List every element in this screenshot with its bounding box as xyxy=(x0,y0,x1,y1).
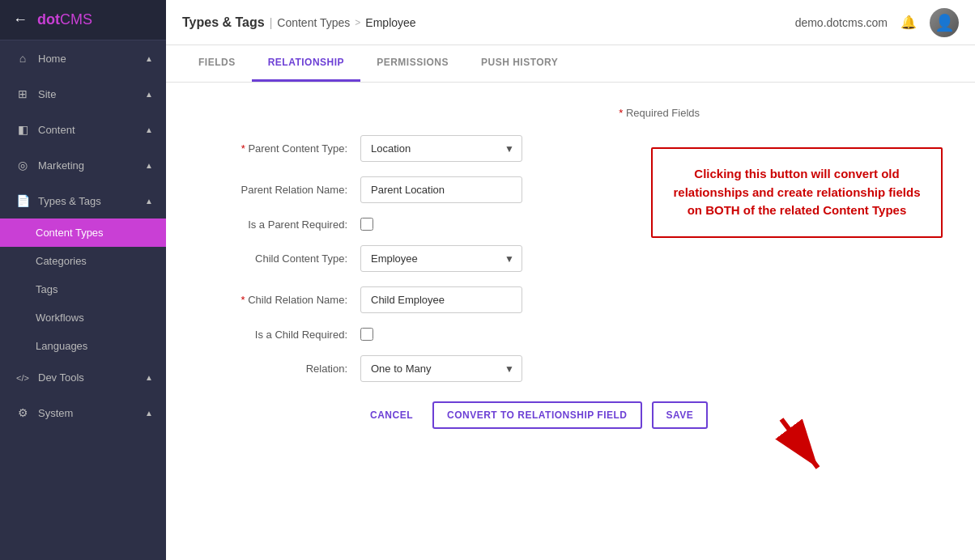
sidebar-sub-label: Languages xyxy=(36,340,87,352)
is-parent-required-label: Is a Parent Required: xyxy=(198,218,360,231)
tab-permissions[interactable]: PERMISSIONS xyxy=(360,45,465,82)
save-button[interactable]: SAVE xyxy=(652,401,709,429)
parent-relation-name-label: Parent Relation Name: xyxy=(198,184,360,196)
breadcrumb-link[interactable]: Content Types xyxy=(277,16,350,29)
content-icon: ◧ xyxy=(15,123,30,136)
relation-row: Relation: One to Many One to One Many to… xyxy=(198,355,943,382)
topbar-right: demo.dotcms.com 🔔 👤 xyxy=(795,8,959,37)
marketing-icon: ◎ xyxy=(15,159,30,172)
is-child-required-control xyxy=(360,328,373,341)
child-content-type-label: Child Content Type: xyxy=(198,252,360,265)
svg-line-1 xyxy=(781,419,818,468)
dev-tools-icon: </> xyxy=(15,373,30,383)
sidebar-item-dev-tools[interactable]: </> Dev Tools ▲ xyxy=(0,360,166,395)
tab-bar: FIELDS RELATIONSHIP PERMISSIONS PUSH HIS… xyxy=(166,45,975,83)
relation-control: One to Many One to One Many to Many ▼ xyxy=(360,355,522,382)
notification-bell-icon[interactable]: 🔔 xyxy=(900,15,917,30)
sidebar: ← dotCMS ⌂ Home ▲ ⊞ Site ▲ ◧ Content ▲ xyxy=(0,0,166,560)
form-area: Required Fields * Parent Content Type: L… xyxy=(166,83,975,560)
parent-content-type-label: * Parent Content Type: xyxy=(198,142,360,155)
tab-fields[interactable]: FIELDS xyxy=(182,45,252,82)
chevron-icon: ▲ xyxy=(145,54,153,63)
sidebar-item-languages[interactable]: Languages xyxy=(0,332,166,360)
sidebar-item-marketing[interactable]: ◎ Marketing ▲ xyxy=(0,147,166,183)
sidebar-item-content[interactable]: ◧ Content ▲ xyxy=(0,112,166,147)
site-icon: ⊞ xyxy=(15,87,30,100)
sidebar-item-label: Dev Tools xyxy=(38,371,84,384)
sidebar-item-categories[interactable]: Categories xyxy=(0,247,166,275)
parent-content-type-select-wrapper: Location Employee Blog ▼ xyxy=(360,135,522,162)
chevron-icon: ▲ xyxy=(145,373,153,382)
relation-label: Relation: xyxy=(198,363,360,375)
sidebar-item-label: System xyxy=(38,407,73,419)
relation-select[interactable]: One to Many One to One Many to Many xyxy=(360,355,522,382)
required-fields-label: Required Fields xyxy=(198,107,700,119)
action-buttons: CANCEL CONVERT TO RELATIONSHIP FIELD SAV… xyxy=(360,401,943,429)
sidebar-sub-label: Categories xyxy=(36,255,87,267)
chevron-icon: ▲ xyxy=(145,409,153,418)
child-content-type-control: Employee Location Blog ▼ xyxy=(360,245,522,272)
sidebar-item-home[interactable]: ⌂ Home ▲ xyxy=(0,40,166,76)
parent-relation-name-control xyxy=(360,176,522,203)
tab-push-history[interactable]: PUSH HISTORY xyxy=(465,45,574,82)
is-parent-required-checkbox[interactable] xyxy=(360,218,373,231)
is-child-required-checkbox[interactable] xyxy=(360,328,373,341)
sidebar-sub-label: Tags xyxy=(36,283,57,295)
convert-to-relationship-button[interactable]: CONVERT TO RELATIONSHIP FIELD xyxy=(432,401,642,429)
sidebar-item-label: Types & Tags xyxy=(38,195,101,207)
sidebar-sub-label: Content Types xyxy=(36,227,104,239)
tooltip-text: Clicking this button will convert old re… xyxy=(669,165,925,220)
child-content-type-select-wrapper: Employee Location Blog ▼ xyxy=(360,245,522,272)
child-relation-name-label: * Child Relation Name: xyxy=(198,294,360,306)
domain-label: demo.dotcms.com xyxy=(795,16,888,29)
system-icon: ⚙ xyxy=(15,406,30,419)
main-content: Types & Tags | Content Types > Employee … xyxy=(166,0,975,560)
sidebar-item-workflows[interactable]: Workflows xyxy=(0,303,166,332)
sidebar-item-content-types[interactable]: Content Types xyxy=(0,218,166,247)
breadcrumb-separator: | xyxy=(270,16,273,29)
sidebar-item-site[interactable]: ⊞ Site ▲ xyxy=(0,76,166,112)
chevron-icon: ▲ xyxy=(145,125,153,134)
sidebar-item-label: Home xyxy=(38,53,66,65)
child-content-type-row: Child Content Type: Employee Location Bl… xyxy=(198,245,943,272)
arrow-indicator xyxy=(773,415,838,483)
sidebar-item-label: Marketing xyxy=(38,159,84,172)
sidebar-item-tags[interactable]: Tags xyxy=(0,275,166,303)
chevron-icon: ▲ xyxy=(145,161,153,170)
chevron-icon: ▲ xyxy=(145,197,153,206)
breadcrumb-arrow: > xyxy=(355,17,360,28)
chevron-icon: ▲ xyxy=(145,90,153,99)
breadcrumb-current: Employee xyxy=(365,16,415,29)
section-title: Types & Tags xyxy=(182,15,265,30)
red-arrow-icon xyxy=(773,415,838,480)
parent-content-type-control: Location Employee Blog ▼ xyxy=(360,135,522,162)
sidebar-sub-label: Workflows xyxy=(36,312,84,324)
sidebar-nav: ⌂ Home ▲ ⊞ Site ▲ ◧ Content ▲ ◎ Marketin… xyxy=(0,40,166,560)
topbar: Types & Tags | Content Types > Employee … xyxy=(166,0,975,45)
is-parent-required-control xyxy=(360,218,373,231)
types-tags-icon: 📄 xyxy=(15,194,30,207)
tooltip-box: Clicking this button will convert old re… xyxy=(651,147,943,238)
avatar[interactable]: 👤 xyxy=(930,8,959,37)
tab-relationship[interactable]: RELATIONSHIP xyxy=(252,45,360,82)
parent-relation-name-input[interactable] xyxy=(360,176,522,203)
parent-content-type-select[interactable]: Location Employee Blog xyxy=(360,135,522,162)
child-content-type-select[interactable]: Employee Location Blog xyxy=(360,245,522,272)
sidebar-item-label: Site xyxy=(38,88,56,100)
child-relation-name-row: * Child Relation Name: xyxy=(198,286,943,313)
cancel-button[interactable]: CANCEL xyxy=(360,403,423,427)
back-button[interactable]: ← xyxy=(13,11,28,28)
breadcrumb: Types & Tags | Content Types > Employee xyxy=(182,15,416,30)
sidebar-logo: ← dotCMS xyxy=(0,0,166,40)
is-child-required-row: Is a Child Required: xyxy=(198,328,943,341)
sidebar-item-types-tags[interactable]: 📄 Types & Tags ▲ xyxy=(0,183,166,218)
child-relation-name-control xyxy=(360,286,522,313)
child-relation-name-input[interactable] xyxy=(360,286,522,313)
home-icon: ⌂ xyxy=(15,52,30,65)
sidebar-item-system[interactable]: ⚙ System ▲ xyxy=(0,395,166,431)
is-child-required-label: Is a Child Required: xyxy=(198,329,360,341)
sidebar-item-label: Content xyxy=(38,124,75,136)
relation-select-wrapper: One to Many One to One Many to Many ▼ xyxy=(360,355,522,382)
logo: dotCMS xyxy=(37,11,92,28)
